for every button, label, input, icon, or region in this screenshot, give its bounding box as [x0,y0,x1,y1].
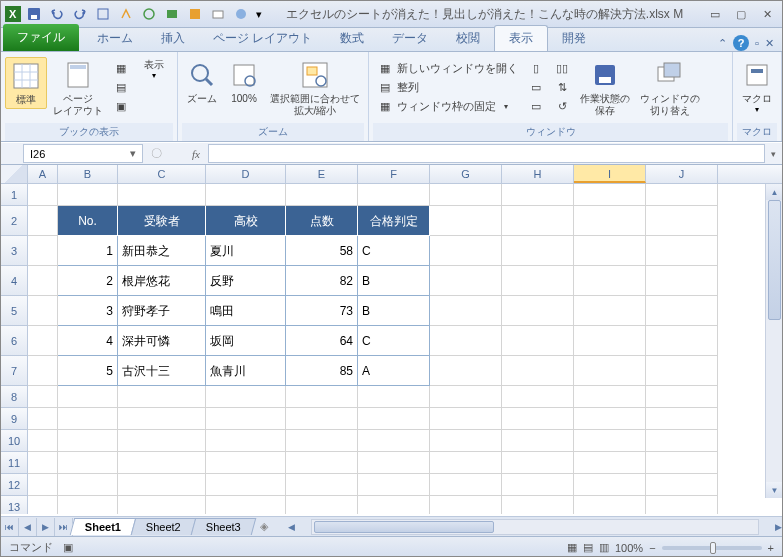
cell[interactable] [58,408,118,430]
cell[interactable] [646,236,718,266]
cell[interactable]: 反野 [206,266,286,296]
cell[interactable] [502,326,574,356]
sheet-tab[interactable]: Sheet3 [191,518,256,535]
tab-developer[interactable]: 開発 [548,26,600,51]
maximize-icon[interactable]: ▢ [730,5,752,23]
cell[interactable] [58,430,118,452]
formula-bar[interactable] [208,144,765,163]
cell[interactable] [502,452,574,474]
row-header[interactable]: 8 [1,386,28,408]
redo-icon[interactable] [69,3,91,25]
tab-formulas[interactable]: 数式 [326,26,378,51]
cell[interactable]: 85 [286,356,358,386]
cell[interactable] [430,326,502,356]
cell[interactable] [646,474,718,496]
qat-icon[interactable] [230,3,252,25]
cell[interactable]: B [358,266,430,296]
cell[interactable] [646,452,718,474]
cell[interactable] [118,430,206,452]
row-header[interactable]: 2 [1,206,28,236]
cell[interactable] [646,206,718,236]
cell[interactable] [206,408,286,430]
cell[interactable] [646,266,718,296]
zoom-button[interactable]: ズーム [182,57,222,107]
save-workspace-button[interactable]: 作業状態の 保存 [576,57,634,119]
cell[interactable] [502,356,574,386]
cell[interactable] [430,386,502,408]
cell[interactable] [286,184,358,206]
col-header-i[interactable]: I [574,165,646,183]
row-header[interactable]: 5 [1,296,28,326]
cell[interactable] [574,474,646,496]
macro-button[interactable]: マクロ ▾ [737,57,777,117]
cell[interactable] [58,496,118,514]
cell[interactable] [430,266,502,296]
cell[interactable] [646,496,718,514]
cell[interactable]: 古沢十三 [118,356,206,386]
cell[interactable] [358,452,430,474]
cell[interactable]: 点数 [286,206,358,236]
cell[interactable] [28,206,58,236]
cell[interactable] [574,206,646,236]
col-header-b[interactable]: B [58,165,118,183]
minimize-icon[interactable]: ▭ [704,5,726,23]
cell[interactable]: 高校 [206,206,286,236]
cell[interactable]: 受験者 [118,206,206,236]
freeze-panes-button[interactable]: ▦ウィンドウ枠の固定▾ [373,97,522,115]
view-pagebreak-icon[interactable]: ▥ [599,541,609,554]
cell[interactable] [430,206,502,236]
cell[interactable]: 坂岡 [206,326,286,356]
cell[interactable] [502,296,574,326]
tab-home[interactable]: ホーム [83,26,147,51]
cell[interactable]: 深井可憐 [118,326,206,356]
cell[interactable] [28,184,58,206]
cell[interactable] [646,326,718,356]
tab-review[interactable]: 校閲 [442,26,494,51]
cell[interactable] [502,408,574,430]
scroll-left-icon[interactable]: ◀ [288,522,295,532]
zoom-in-icon[interactable]: + [768,542,774,554]
cell[interactable] [430,474,502,496]
cell[interactable]: No. [58,206,118,236]
qat-icon[interactable] [184,3,206,25]
mdi-restore-icon[interactable]: ▫ [755,37,759,49]
cell[interactable] [118,408,206,430]
cell[interactable] [502,430,574,452]
qat-icon[interactable] [207,3,229,25]
page-break-preview-button[interactable]: ▦ [109,59,133,77]
cell[interactable] [574,266,646,296]
first-sheet-icon[interactable]: ⏮ [1,518,19,536]
tab-data[interactable]: データ [378,26,442,51]
fx-icon[interactable]: fx [192,148,200,160]
cell[interactable] [286,430,358,452]
select-all-corner[interactable] [1,165,28,183]
cell[interactable]: 狩野孝子 [118,296,206,326]
qat-icon[interactable] [92,3,114,25]
cell[interactable] [58,386,118,408]
cell[interactable] [28,356,58,386]
row-header[interactable]: 12 [1,474,28,496]
switch-window-button[interactable]: ウィンドウの 切り替え [636,57,704,119]
qat-icon[interactable] [115,3,137,25]
cell[interactable] [58,452,118,474]
scroll-up-icon[interactable]: ▲ [766,184,782,200]
cell[interactable] [574,386,646,408]
cell[interactable] [574,296,646,326]
row-header[interactable]: 4 [1,266,28,296]
scroll-right-icon[interactable]: ▶ [775,522,782,532]
arrange-button[interactable]: ▤整列 [373,78,522,96]
cell[interactable] [358,474,430,496]
new-sheet-icon[interactable]: ◈ [260,520,268,533]
col-header-c[interactable]: C [118,165,206,183]
cell[interactable] [28,386,58,408]
col-header-j[interactable]: J [646,165,718,183]
cell[interactable]: 82 [286,266,358,296]
row-header[interactable]: 11 [1,452,28,474]
zoom-out-icon[interactable]: − [649,542,655,554]
cell[interactable] [28,266,58,296]
cell[interactable] [118,452,206,474]
cell[interactable] [28,326,58,356]
split-button[interactable]: ▯ [524,59,548,77]
cell[interactable] [502,496,574,514]
cell[interactable]: 2 [58,266,118,296]
